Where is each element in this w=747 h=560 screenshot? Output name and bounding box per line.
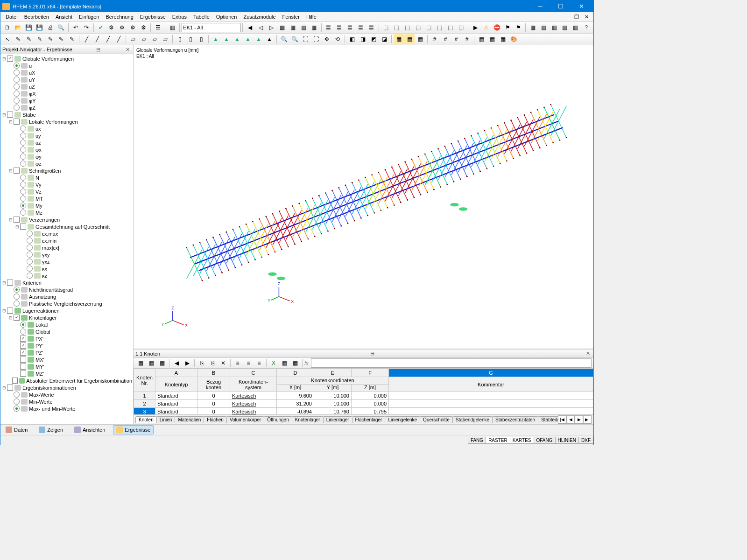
surf4-icon[interactable]: ▱ — [160, 34, 170, 44]
tree-item[interactable]: ⊟Lagerreaktionen — [0, 307, 133, 314]
tree-item[interactable]: ux — [0, 125, 133, 132]
res8-icon[interactable]: ⬚ — [456, 22, 466, 33]
mdi-minimize-button[interactable]: ─ — [562, 13, 571, 21]
table-tab[interactable]: Flächenlager — [352, 416, 386, 423]
disp2-icon[interactable]: ▦ — [404, 34, 415, 44]
res7-icon[interactable]: ⬚ — [445, 22, 455, 33]
tree-item[interactable]: Absoluter Extremwert für Ergebniskombina… — [0, 377, 133, 384]
grid-align2-icon[interactable]: ≡ — [243, 358, 254, 368]
prev-icon[interactable]: ◁ — [255, 22, 266, 33]
view4-icon[interactable]: ▦ — [309, 22, 319, 33]
menu-optionen[interactable]: Optionen — [213, 13, 240, 21]
grid-copy-icon[interactable]: ⎘ — [197, 358, 207, 368]
ext1-icon[interactable]: ▦ — [528, 22, 538, 33]
res5-icon[interactable]: ⬚ — [424, 22, 434, 33]
navigator-close-icon[interactable]: ✕ — [124, 47, 131, 53]
tree-item[interactable]: uz — [0, 139, 133, 146]
stop-icon[interactable]: ⛔ — [492, 22, 502, 33]
table-tab[interactable]: Querschnitte — [420, 416, 453, 423]
warn-icon[interactable]: ⚠ — [481, 22, 491, 33]
filter3-icon[interactable]: 𝌆 — [345, 22, 355, 33]
table-tab[interactable]: Materialien — [175, 416, 204, 423]
mdi-close-button[interactable]: ✕ — [582, 13, 592, 21]
menu-tabelle[interactable]: Tabelle — [190, 13, 213, 21]
table-tab[interactable]: Linien — [156, 416, 176, 423]
table-row[interactable]: 3Standard0Kartesisch-0.89410.7600.795 — [134, 408, 593, 415]
tree-item[interactable]: uy — [0, 132, 133, 139]
status-toggle[interactable]: OFANG — [534, 437, 556, 444]
grid-filter-icon[interactable]: ▦ — [146, 358, 156, 368]
num2-icon[interactable]: # — [440, 34, 451, 44]
draw2-icon[interactable]: ✎ — [35, 34, 45, 44]
sup5-icon[interactable]: ▲ — [254, 34, 264, 44]
grid-paste-icon[interactable]: ⎘ — [207, 358, 218, 368]
line4-icon[interactable]: ╱ — [113, 34, 124, 44]
tree-item[interactable]: φz — [0, 160, 133, 167]
grid-sort-icon[interactable]: ▦ — [157, 358, 167, 368]
tree-item[interactable]: φX — [0, 90, 133, 97]
ext4-icon[interactable]: ▦ — [560, 22, 570, 33]
menu-zusatzmodule[interactable]: Zusatzmodule — [240, 13, 279, 21]
tab-next-icon[interactable]: ▶ — [575, 415, 583, 424]
tree-item[interactable]: ⊟✓Knotenlager — [0, 314, 133, 321]
tree-item[interactable]: Lokal — [0, 321, 133, 328]
rot-icon[interactable]: ⟲ — [332, 34, 343, 44]
tree-item[interactable]: My — [0, 202, 133, 209]
first-icon[interactable]: ◀ — [245, 22, 255, 33]
tab-prev-icon[interactable]: ◀ — [566, 415, 575, 424]
print-icon[interactable]: 🖨 — [45, 22, 56, 33]
tree-item[interactable]: φx — [0, 146, 133, 153]
num4-icon[interactable]: # — [462, 34, 472, 44]
tree-item[interactable]: Min-Werte — [0, 398, 133, 405]
menu-ergebnisse[interactable]: Ergebnisse — [137, 13, 169, 21]
loadcase-combo[interactable] — [182, 23, 240, 32]
nav-tab-ergebnisse[interactable]: Ergebnisse — [113, 425, 154, 434]
next-icon[interactable]: ▷ — [266, 22, 276, 33]
tree-item[interactable]: φY — [0, 97, 133, 104]
tree-item[interactable]: ✓PX' — [0, 335, 133, 342]
tree-item[interactable]: φZ — [0, 104, 133, 111]
new-icon[interactable]: 🗋 — [2, 22, 13, 33]
tool2-icon[interactable]: ⚙ — [117, 22, 127, 33]
draw3-icon[interactable]: ✎ — [45, 34, 56, 44]
res1-icon[interactable]: ⬚ — [381, 22, 391, 33]
res4-icon[interactable]: ⬚ — [413, 22, 423, 33]
table-tab[interactable]: Linienlager — [323, 416, 352, 423]
nav-tab-ansichten[interactable]: Ansichten — [71, 425, 108, 434]
num1-icon[interactable]: # — [430, 34, 440, 44]
tree-item[interactable]: Vz — [0, 188, 133, 195]
xy-icon[interactable]: ◨ — [358, 34, 368, 44]
tab-last-icon[interactable]: ▶| — [583, 415, 592, 424]
sup2-icon[interactable]: ▲ — [221, 34, 232, 44]
disp3-icon[interactable]: ▦ — [415, 34, 425, 44]
menu-extras[interactable]: Extras — [169, 13, 190, 21]
flag2-icon[interactable]: ⚑ — [513, 22, 523, 33]
saveall-icon[interactable]: 💾 — [35, 22, 45, 33]
table-pin-icon[interactable]: ⊟ — [369, 350, 376, 357]
tree-item[interactable]: uZ — [0, 83, 133, 90]
tree-item[interactable]: Mz — [0, 209, 133, 216]
table-tab[interactable]: Liniengelenke — [385, 416, 420, 423]
surf1-icon[interactable]: ▱ — [128, 34, 138, 44]
maximize-button[interactable]: ☐ — [550, 0, 571, 12]
status-toggle[interactable]: RASTER — [486, 437, 510, 444]
table-tab[interactable]: Stabteilungen — [538, 416, 558, 423]
line1-icon[interactable]: ╱ — [81, 34, 92, 44]
tool-icon[interactable]: ⚙ — [106, 22, 117, 33]
help-icon[interactable]: ? — [581, 22, 592, 33]
menu-ansicht[interactable]: Ansicht — [52, 13, 76, 21]
table-tab[interactable]: Stabexzentrizitäten — [492, 416, 538, 423]
sol3-icon[interactable]: ▯ — [196, 34, 206, 44]
tree-item[interactable]: MY' — [0, 363, 133, 370]
tool4-icon[interactable]: ⚙ — [138, 22, 148, 33]
view1-icon[interactable]: ▦ — [277, 22, 287, 33]
filter2-icon[interactable]: 𝌆 — [334, 22, 345, 33]
table-close-icon[interactable]: ✕ — [585, 350, 592, 357]
line2-icon[interactable]: ╱ — [92, 34, 102, 44]
grid-excel-icon[interactable]: X — [268, 358, 279, 368]
table-row[interactable]: 2Standard0Kartesisch31.20010.0000.000 — [134, 400, 593, 408]
tree-item[interactable]: ⊟Lokale Verformungen — [0, 118, 133, 125]
grid-dim-icon[interactable]: ▦ — [290, 358, 300, 368]
minimize-button[interactable]: ─ — [530, 0, 550, 12]
filter5-icon[interactable]: 𝌆 — [366, 22, 377, 33]
